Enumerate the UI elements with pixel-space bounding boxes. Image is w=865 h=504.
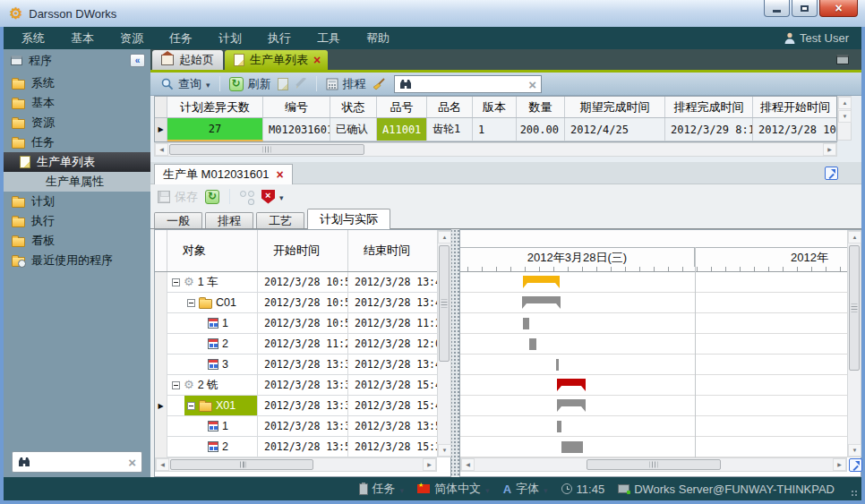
tree-column-header[interactable]: 结束时间 bbox=[348, 230, 438, 271]
sidebar-item[interactable]: 生产单属性 bbox=[4, 172, 150, 192]
link-structure-icon[interactable] bbox=[240, 191, 254, 203]
cancel-confirm-button[interactable] bbox=[261, 190, 284, 204]
sidebar-search-input[interactable] bbox=[30, 456, 128, 468]
tree-row[interactable]: 2 铣2012/3/28 13:302012/3/28 15:40 bbox=[155, 375, 438, 396]
detail-tab[interactable]: 生产单 M012031601 bbox=[154, 164, 293, 184]
tree-row[interactable]: X012012/3/28 13:302012/3/28 15:40 bbox=[155, 396, 438, 416]
clean-button[interactable] bbox=[373, 78, 386, 90]
resize-grip[interactable] bbox=[851, 490, 859, 498]
user-badge[interactable]: Test User bbox=[784, 31, 849, 45]
subtab[interactable]: 一般 bbox=[154, 212, 202, 229]
clear-search-icon[interactable] bbox=[528, 77, 536, 92]
gantt-bar-task[interactable] bbox=[523, 318, 529, 329]
menu-item[interactable]: 系统 bbox=[21, 30, 45, 47]
menu-item[interactable]: 执行 bbox=[268, 30, 291, 47]
column-header[interactable]: 计划差异天数 bbox=[167, 97, 263, 117]
grid-vertical-scrollbar[interactable] bbox=[837, 96, 852, 141]
gantt-bar-summary[interactable] bbox=[523, 276, 560, 288]
column-header[interactable]: 品号 bbox=[377, 97, 427, 117]
menu-item[interactable]: 帮助 bbox=[366, 30, 390, 47]
tree-row[interactable]: 12012/3/28 13:302012/3/28 13:50 bbox=[155, 416, 438, 437]
gantt-horizontal-scrollbar[interactable] bbox=[460, 457, 847, 472]
scroll-left-icon[interactable] bbox=[461, 458, 475, 471]
column-header[interactable]: 排程完成时间 bbox=[665, 97, 753, 117]
sidebar-item[interactable]: 基本 bbox=[4, 93, 150, 113]
scrollbar-thumb[interactable] bbox=[439, 245, 450, 362]
collapse-node-icon[interactable] bbox=[187, 299, 195, 307]
pin-icon[interactable] bbox=[836, 55, 849, 64]
close-detail-tab-icon[interactable] bbox=[277, 168, 284, 182]
sidebar-item[interactable]: 计划 bbox=[4, 192, 150, 211]
scroll-up-icon[interactable] bbox=[848, 231, 861, 243]
expand-gantt-icon[interactable] bbox=[849, 458, 862, 472]
clear-search-icon[interactable] bbox=[128, 455, 136, 470]
sidebar-item[interactable]: 生产单列表 bbox=[4, 152, 150, 172]
close-tab-icon[interactable] bbox=[313, 54, 321, 67]
sidebar-item[interactable]: 系统 bbox=[4, 73, 150, 93]
close-button[interactable] bbox=[819, 0, 858, 17]
scrollbar-thumb[interactable] bbox=[587, 459, 721, 470]
scroll-up-icon[interactable] bbox=[438, 231, 451, 243]
column-header[interactable]: 编号 bbox=[263, 97, 330, 117]
tree-row[interactable]: C012012/3/28 10:522012/3/28 13:40 bbox=[155, 293, 438, 313]
scrollbar-thumb[interactable] bbox=[849, 245, 860, 371]
gantt-bar-task[interactable] bbox=[556, 359, 559, 371]
collapse-sidebar-button[interactable] bbox=[130, 54, 145, 67]
maximize-button[interactable] bbox=[792, 0, 818, 17]
column-header[interactable]: 数量 bbox=[517, 97, 565, 117]
toolbar-search-input[interactable] bbox=[416, 78, 524, 90]
splitter-handle[interactable] bbox=[451, 229, 459, 477]
sidebar-item[interactable]: 看板 bbox=[4, 231, 150, 251]
subtab[interactable]: 计划与实际 bbox=[307, 209, 390, 229]
sidebar-item[interactable]: 资源 bbox=[4, 113, 150, 132]
gantt-vertical-scrollbar[interactable] bbox=[847, 230, 861, 457]
edit-button[interactable] bbox=[295, 78, 307, 90]
tree-column-header[interactable]: 开始时间 bbox=[258, 230, 348, 271]
menu-item[interactable]: 资源 bbox=[120, 30, 143, 47]
gantt-bar-summary[interactable] bbox=[557, 379, 586, 391]
tree-vertical-scrollbar[interactable] bbox=[437, 230, 451, 457]
tree-row[interactable]: 22012/3/28 11:222012/3/28 12:00 bbox=[155, 334, 438, 355]
menu-item[interactable]: 任务 bbox=[169, 30, 193, 47]
font-menu[interactable]: A 字体 bbox=[503, 481, 548, 497]
menu-item[interactable]: 计划 bbox=[218, 30, 242, 47]
new-button[interactable] bbox=[278, 78, 288, 90]
gantt-bar-summary[interactable] bbox=[522, 296, 561, 309]
collapse-node-icon[interactable] bbox=[172, 381, 180, 389]
scroll-up-icon[interactable] bbox=[838, 97, 852, 109]
scroll-down-icon[interactable] bbox=[438, 444, 451, 457]
menu-item[interactable]: 工具 bbox=[317, 30, 340, 47]
refresh-detail-button[interactable] bbox=[205, 190, 219, 204]
schedule-button[interactable]: 排程 bbox=[326, 76, 366, 92]
grid-horizontal-scrollbar[interactable] bbox=[154, 142, 837, 157]
collapse-node-icon[interactable] bbox=[172, 278, 180, 286]
table-row[interactable]: 27M012031601已确认A11001齿轮11200.002012/4/25… bbox=[155, 118, 836, 141]
subtab[interactable]: 排程 bbox=[205, 212, 253, 229]
tab-active[interactable]: 生产单列表 bbox=[225, 50, 328, 70]
collapse-node-icon[interactable] bbox=[187, 402, 195, 410]
gantt-bar-task[interactable] bbox=[529, 338, 536, 350]
gantt-bar-task[interactable] bbox=[557, 421, 561, 432]
sidebar-item[interactable]: 执行 bbox=[4, 211, 150, 231]
scroll-down-icon[interactable] bbox=[848, 444, 861, 457]
scroll-right-icon[interactable] bbox=[423, 458, 436, 471]
column-header[interactable]: 期望完成时间 bbox=[565, 97, 665, 117]
popout-icon[interactable] bbox=[825, 167, 838, 180]
language-menu[interactable]: 简体中文 bbox=[417, 481, 490, 497]
sidebar-item[interactable]: 最近使用的程序 bbox=[4, 251, 150, 270]
subtab[interactable]: 工艺 bbox=[256, 212, 304, 229]
column-header[interactable]: 品名 bbox=[427, 97, 473, 117]
save-button[interactable]: 保存 bbox=[158, 189, 198, 205]
scroll-right-icon[interactable] bbox=[823, 143, 836, 156]
minimize-button[interactable] bbox=[764, 0, 790, 17]
task-menu[interactable]: 任务 bbox=[359, 481, 405, 497]
tab-inactive[interactable]: 起始页 bbox=[152, 50, 223, 70]
tree-row[interactable]: 12012/3/28 10:522012/3/28 11:22 bbox=[155, 313, 438, 334]
gantt-bar-summary[interactable] bbox=[557, 399, 586, 412]
scroll-right-icon[interactable] bbox=[833, 458, 846, 471]
scrollbar-thumb[interactable] bbox=[170, 459, 313, 470]
scroll-down-icon[interactable] bbox=[838, 110, 852, 123]
tree-column-header[interactable]: 对象 bbox=[167, 230, 258, 271]
refresh-button[interactable]: 刷新 bbox=[229, 76, 271, 92]
tree-row[interactable]: 22012/3/28 13:502012/3/28 15:30 bbox=[155, 437, 438, 457]
